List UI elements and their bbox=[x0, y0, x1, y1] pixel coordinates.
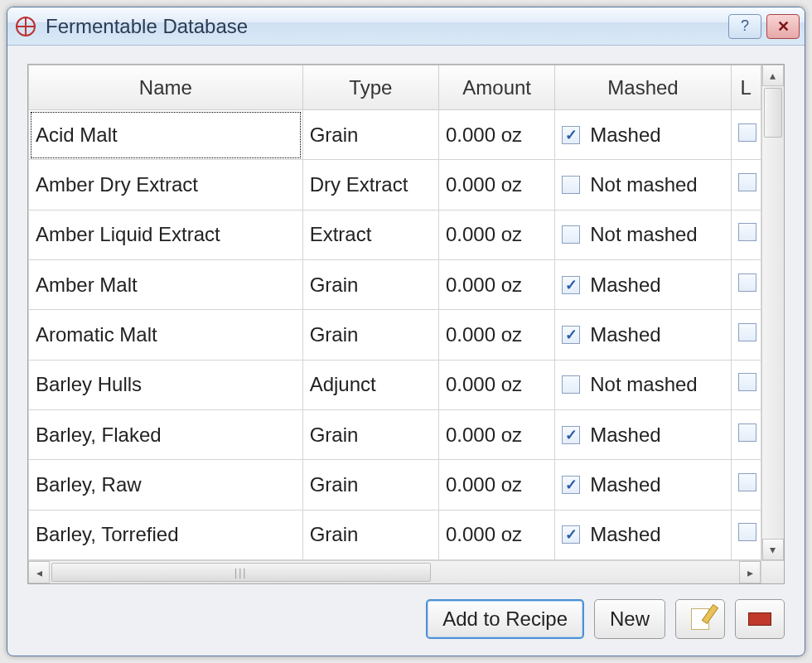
cell-l[interactable] bbox=[731, 360, 761, 409]
col-header-mashed[interactable]: Mashed bbox=[555, 65, 731, 110]
table-row[interactable]: Acid MaltGrain0.000 ozMashed bbox=[29, 110, 761, 160]
cell-mashed[interactable]: Mashed bbox=[555, 510, 731, 559]
content-area: Name Type Amount Mashed L Acid MaltGrain… bbox=[7, 46, 805, 656]
l-checkbox[interactable] bbox=[738, 423, 756, 442]
cell-mashed[interactable]: Not mashed bbox=[555, 360, 731, 409]
mashed-checkbox[interactable] bbox=[562, 225, 580, 244]
l-checkbox[interactable] bbox=[738, 173, 756, 191]
cell-type[interactable]: Grain bbox=[302, 110, 438, 160]
mashed-checkbox[interactable] bbox=[562, 426, 580, 444]
l-checkbox[interactable] bbox=[738, 473, 756, 491]
cell-mashed[interactable]: Mashed bbox=[555, 259, 731, 309]
hscroll-track[interactable]: ||| bbox=[50, 561, 739, 583]
cell-name[interactable]: Amber Malt bbox=[29, 259, 303, 309]
help-button[interactable]: ? bbox=[728, 14, 761, 39]
table-row[interactable]: Aromatic MaltGrain0.000 ozMashed bbox=[29, 310, 761, 360]
cell-type[interactable]: Grain bbox=[302, 510, 438, 559]
cell-l[interactable] bbox=[731, 310, 761, 360]
scroll-left-icon[interactable]: ◂ bbox=[28, 561, 50, 583]
l-checkbox[interactable] bbox=[738, 223, 756, 241]
cell-name[interactable]: Aromatic Malt bbox=[29, 310, 303, 360]
vscroll-track[interactable] bbox=[762, 86, 784, 539]
cell-amount[interactable]: 0.000 oz bbox=[439, 210, 555, 259]
mashed-checkbox[interactable] bbox=[562, 276, 580, 294]
delete-button[interactable] bbox=[735, 599, 785, 639]
cell-type[interactable]: Adjunct bbox=[302, 360, 438, 409]
cell-l[interactable] bbox=[731, 409, 761, 459]
window-title: Fermentable Database bbox=[46, 15, 728, 38]
cell-type[interactable]: Grain bbox=[302, 259, 438, 309]
mashed-label: Not mashed bbox=[590, 173, 697, 196]
add-to-recipe-button[interactable]: Add to Recipe bbox=[426, 599, 584, 639]
cell-l[interactable] bbox=[731, 160, 761, 210]
horizontal-scrollbar[interactable]: ◂ ||| ▸ bbox=[28, 560, 784, 583]
cell-amount[interactable]: 0.000 oz bbox=[439, 310, 555, 360]
cell-type[interactable]: Grain bbox=[302, 409, 438, 459]
cell-amount[interactable]: 0.000 oz bbox=[439, 110, 555, 160]
cell-l[interactable] bbox=[731, 510, 761, 559]
cell-amount[interactable]: 0.000 oz bbox=[439, 460, 555, 510]
col-header-amount[interactable]: Amount bbox=[439, 65, 555, 110]
mashed-checkbox[interactable] bbox=[562, 375, 580, 394]
mashed-checkbox[interactable] bbox=[562, 525, 580, 544]
close-button[interactable]: ✕ bbox=[766, 14, 800, 39]
cell-l[interactable] bbox=[731, 259, 761, 309]
cell-mashed[interactable]: Mashed bbox=[555, 409, 731, 459]
cell-l[interactable] bbox=[731, 460, 761, 510]
cell-mashed[interactable]: Not mashed bbox=[555, 210, 731, 259]
cell-mashed[interactable]: Mashed bbox=[555, 110, 731, 160]
scroll-right-icon[interactable]: ▸ bbox=[739, 561, 761, 583]
cell-type[interactable]: Extract bbox=[302, 210, 438, 259]
table-row[interactable]: Barley HullsAdjunct0.000 ozNot mashed bbox=[29, 360, 761, 409]
table-header-row: Name Type Amount Mashed L bbox=[29, 65, 761, 110]
new-button[interactable]: New bbox=[594, 599, 665, 639]
cell-name[interactable]: Acid Malt bbox=[29, 110, 303, 160]
table-row[interactable]: Amber Liquid ExtractExtract0.000 ozNot m… bbox=[29, 210, 761, 259]
cell-name[interactable]: Barley, Flaked bbox=[29, 409, 303, 459]
mashed-checkbox[interactable] bbox=[562, 176, 580, 194]
col-header-type[interactable]: Type bbox=[302, 65, 438, 110]
col-header-l[interactable]: L bbox=[731, 65, 761, 110]
cell-type[interactable]: Grain bbox=[302, 460, 438, 510]
cell-name[interactable]: Barley, Torrefied bbox=[29, 510, 303, 559]
l-checkbox[interactable] bbox=[738, 323, 756, 341]
vscroll-thumb[interactable] bbox=[764, 88, 782, 138]
cell-type[interactable]: Grain bbox=[302, 310, 438, 360]
fermentable-table[interactable]: Name Type Amount Mashed L Acid MaltGrain… bbox=[28, 65, 761, 560]
hscroll-thumb[interactable]: ||| bbox=[51, 563, 431, 582]
cell-name[interactable]: Barley, Raw bbox=[29, 460, 303, 510]
cell-mashed[interactable]: Mashed bbox=[555, 310, 731, 360]
l-checkbox[interactable] bbox=[738, 273, 756, 292]
table-row[interactable]: Barley, TorrefiedGrain0.000 ozMashed bbox=[29, 510, 761, 559]
table-row[interactable]: Barley, RawGrain0.000 ozMashed bbox=[29, 460, 761, 510]
col-header-name[interactable]: Name bbox=[29, 65, 303, 110]
cell-l[interactable] bbox=[731, 210, 761, 259]
mashed-checkbox[interactable] bbox=[562, 126, 580, 144]
cell-name[interactable]: Amber Liquid Extract bbox=[29, 210, 303, 259]
l-checkbox[interactable] bbox=[738, 523, 756, 541]
table-row[interactable]: Amber Dry ExtractDry Extract0.000 ozNot … bbox=[29, 160, 761, 210]
scroll-down-icon[interactable]: ▾ bbox=[762, 539, 784, 560]
table-row[interactable]: Barley, FlakedGrain0.000 ozMashed bbox=[29, 409, 761, 459]
cell-name[interactable]: Amber Dry Extract bbox=[29, 160, 303, 210]
vertical-scrollbar[interactable]: ▴ ▾ bbox=[761, 65, 784, 560]
l-checkbox[interactable] bbox=[738, 373, 756, 391]
cell-amount[interactable]: 0.000 oz bbox=[439, 360, 555, 409]
mashed-checkbox[interactable] bbox=[562, 476, 580, 494]
cell-type[interactable]: Dry Extract bbox=[302, 160, 438, 210]
cell-amount[interactable]: 0.000 oz bbox=[439, 409, 555, 459]
cell-mashed[interactable]: Mashed bbox=[555, 460, 731, 510]
l-checkbox[interactable] bbox=[738, 123, 756, 142]
cell-amount[interactable]: 0.000 oz bbox=[439, 160, 555, 210]
edit-button[interactable] bbox=[675, 599, 725, 639]
mashed-checkbox[interactable] bbox=[562, 326, 580, 344]
titlebar[interactable]: Fermentable Database ? ✕ bbox=[7, 7, 805, 46]
cell-mashed[interactable]: Not mashed bbox=[555, 160, 731, 210]
scroll-up-icon[interactable]: ▴ bbox=[762, 65, 784, 86]
cell-amount[interactable]: 0.000 oz bbox=[439, 259, 555, 309]
cell-name[interactable]: Barley Hulls bbox=[29, 360, 303, 409]
table-row[interactable]: Amber MaltGrain0.000 ozMashed bbox=[29, 259, 761, 309]
cell-amount[interactable]: 0.000 oz bbox=[439, 510, 555, 559]
table-container: Name Type Amount Mashed L Acid MaltGrain… bbox=[27, 64, 785, 584]
cell-l[interactable] bbox=[731, 110, 761, 160]
